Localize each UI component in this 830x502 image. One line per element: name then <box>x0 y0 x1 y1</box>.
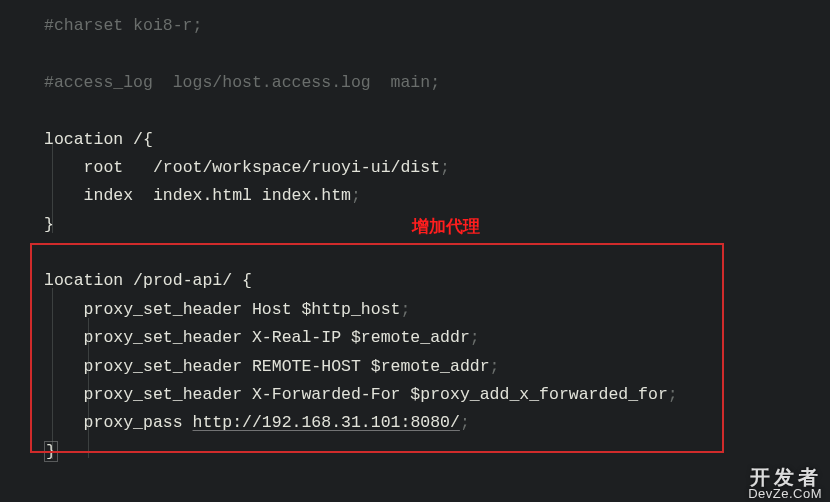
watermark-bottom: DevZe.CoM <box>748 487 822 500</box>
directive-proxy-set-header: proxy_set_header <box>84 300 242 319</box>
directive-proxy-set-header: proxy_set_header <box>84 385 242 404</box>
watermark-top: 开发者 <box>748 467 822 487</box>
directive-root: root <box>84 158 124 177</box>
closing-brace-highlighted: } <box>44 441 58 462</box>
directive-proxy-set-header: proxy_set_header <box>84 357 242 376</box>
indent-guide <box>52 143 53 233</box>
directive-location-2: location <box>44 271 123 290</box>
proxy-pass-url: http://192.168.31.101:8080/ <box>193 413 460 432</box>
indent-guide <box>52 288 53 459</box>
indent-guide-inner <box>88 318 89 458</box>
comment-charset: #charset koi8-r; <box>44 16 202 35</box>
comment-access-log: #access_log logs/host.access.log main; <box>44 73 440 92</box>
directive-proxy-pass: proxy_pass <box>84 413 183 432</box>
directive-index: index <box>84 186 134 205</box>
watermark: 开发者 DevZe.CoM <box>748 467 822 500</box>
directive-location: location <box>44 130 123 149</box>
annotation-label: 增加代理 <box>412 212 480 241</box>
directive-proxy-set-header: proxy_set_header <box>84 328 242 347</box>
